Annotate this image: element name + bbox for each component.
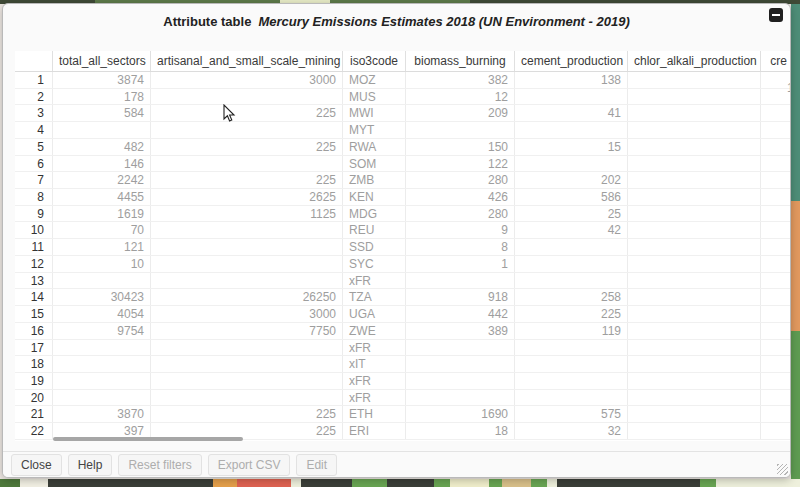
- table-row[interactable]: 143042326250TZA918258: [15, 289, 791, 306]
- table-cell[interactable]: [628, 156, 761, 172]
- table-cell[interactable]: 150: [406, 139, 515, 155]
- table-cell[interactable]: [406, 273, 515, 289]
- table-cell[interactable]: [761, 239, 791, 255]
- table-cell[interactable]: [151, 222, 343, 238]
- table-cell[interactable]: 7750: [151, 323, 343, 339]
- table-cell[interactable]: 32: [515, 423, 628, 439]
- table-cell[interactable]: 389: [406, 323, 515, 339]
- table-cell[interactable]: [406, 122, 515, 138]
- table-cell[interactable]: [628, 239, 761, 255]
- column-header-total_all_sectors[interactable]: total_all_sectors: [53, 51, 151, 71]
- table-cell[interactable]: [515, 356, 628, 372]
- table-cell[interactable]: 2625: [151, 189, 343, 205]
- column-header-cement_production[interactable]: cement_production: [515, 51, 628, 71]
- table-row[interactable]: 1697547750ZWE389119: [15, 323, 791, 340]
- table-cell[interactable]: [628, 139, 761, 155]
- table-cell[interactable]: 121: [53, 239, 151, 255]
- table-cell[interactable]: KEN: [343, 189, 406, 205]
- table-cell[interactable]: 575: [515, 406, 628, 422]
- table-cell[interactable]: 426: [406, 189, 515, 205]
- table-row[interactable]: 138743000MOZ382138: [15, 72, 791, 89]
- table-cell[interactable]: [628, 256, 761, 272]
- table-cell[interactable]: 280: [406, 172, 515, 188]
- table-row[interactable]: 1540543000UGA442225: [15, 306, 791, 323]
- table-cell[interactable]: [761, 206, 791, 222]
- table-row[interactable]: 2178MUS12: [15, 89, 791, 106]
- column-header-artisanal_and_small_scale_mining[interactable]: artisanal_and_small_scale_mining: [151, 51, 343, 71]
- table-cell[interactable]: 586: [515, 189, 628, 205]
- table-cell[interactable]: 584: [53, 105, 151, 121]
- table-cell[interactable]: 1690: [406, 406, 515, 422]
- close-button[interactable]: Close: [11, 454, 62, 476]
- table-cell[interactable]: 15: [515, 139, 628, 155]
- table-cell[interactable]: ZMB: [343, 172, 406, 188]
- table-cell[interactable]: 225: [151, 139, 343, 155]
- table-cell[interactable]: [515, 373, 628, 389]
- table-cell[interactable]: [628, 206, 761, 222]
- table-cell[interactable]: 225: [515, 306, 628, 322]
- help-button[interactable]: Help: [68, 454, 113, 476]
- table-cell[interactable]: [761, 373, 791, 389]
- table-row[interactable]: 213870225ETH1690575: [15, 406, 791, 423]
- table-cell[interactable]: [628, 356, 761, 372]
- table-cell[interactable]: [628, 406, 761, 422]
- table-row[interactable]: 72242225ZMB280202: [15, 172, 791, 189]
- table-cell[interactable]: 4054: [53, 306, 151, 322]
- column-header-biomass_burning[interactable]: biomass_burning: [406, 51, 515, 71]
- table-cell[interactable]: xFR: [343, 273, 406, 289]
- table-cell[interactable]: [761, 139, 791, 155]
- table-cell[interactable]: [406, 373, 515, 389]
- table-cell[interactable]: [761, 323, 791, 339]
- table-row[interactable]: 18xIT: [15, 356, 791, 373]
- table-cell[interactable]: [515, 239, 628, 255]
- table-cell[interactable]: [628, 122, 761, 138]
- table-cell[interactable]: 2242: [53, 172, 151, 188]
- table-cell[interactable]: [761, 423, 791, 439]
- table-row[interactable]: 20xFR: [15, 390, 791, 407]
- table-cell[interactable]: [761, 340, 791, 356]
- table-cell[interactable]: [53, 340, 151, 356]
- table-row[interactable]: 11121SSD8: [15, 239, 791, 256]
- table-cell[interactable]: [761, 356, 791, 372]
- table-cell[interactable]: [761, 306, 791, 322]
- table-cell[interactable]: 258: [515, 289, 628, 305]
- row-number-header[interactable]: [15, 51, 53, 71]
- minimize-button[interactable]: [769, 8, 783, 22]
- table-cell[interactable]: 280: [406, 206, 515, 222]
- column-header-iso3code[interactable]: iso3code: [343, 51, 406, 71]
- table-row[interactable]: 1210SYC1: [15, 256, 791, 273]
- table-cell[interactable]: 918: [406, 289, 515, 305]
- table-row[interactable]: 916191125MDG28025: [15, 206, 791, 223]
- table-row[interactable]: 844552625KEN426586: [15, 189, 791, 206]
- table-cell[interactable]: 26250: [151, 289, 343, 305]
- table-cell[interactable]: 1619: [53, 206, 151, 222]
- table-cell[interactable]: [515, 256, 628, 272]
- table-cell[interactable]: [761, 222, 791, 238]
- table-cell[interactable]: 442: [406, 306, 515, 322]
- table-cell[interactable]: 8: [406, 239, 515, 255]
- table-row[interactable]: 3584225MWI20941: [15, 105, 791, 122]
- table-cell[interactable]: [515, 156, 628, 172]
- table-cell[interactable]: 3874: [53, 72, 151, 88]
- table-cell[interactable]: 225: [151, 172, 343, 188]
- table-cell[interactable]: [151, 156, 343, 172]
- table-cell[interactable]: 202: [515, 172, 628, 188]
- table-cell[interactable]: [628, 340, 761, 356]
- column-header-cre[interactable]: cre: [761, 51, 791, 71]
- table-cell[interactable]: 9754: [53, 323, 151, 339]
- table-cell[interactable]: MDG: [343, 206, 406, 222]
- table-cell[interactable]: [151, 373, 343, 389]
- table-row[interactable]: 1070REU942: [15, 222, 791, 239]
- table-cell[interactable]: [151, 340, 343, 356]
- table-cell[interactable]: UGA: [343, 306, 406, 322]
- table-cell[interactable]: REU: [343, 222, 406, 238]
- table-cell[interactable]: xFR: [343, 340, 406, 356]
- table-cell[interactable]: [53, 390, 151, 406]
- table-cell[interactable]: 138: [515, 72, 628, 88]
- table-cell[interactable]: [761, 273, 791, 289]
- table-cell[interactable]: [628, 423, 761, 439]
- table-cell[interactable]: [628, 105, 761, 121]
- table-cell[interactable]: [628, 306, 761, 322]
- table-cell[interactable]: MWI: [343, 105, 406, 121]
- table-cell[interactable]: [406, 390, 515, 406]
